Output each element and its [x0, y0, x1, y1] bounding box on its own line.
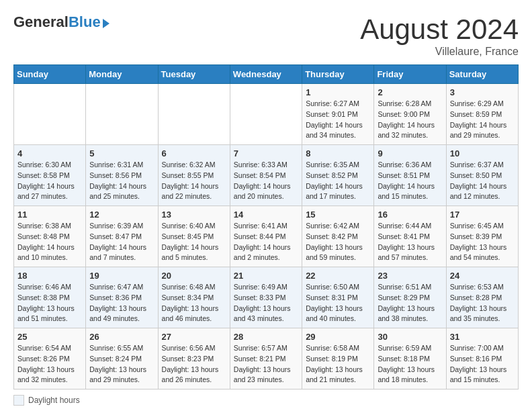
calendar-week-row: 1Sunrise: 6:27 AM Sunset: 9:01 PM Daylig…: [14, 84, 519, 145]
day-number: 31: [450, 332, 515, 342]
day-detail: Sunrise: 6:31 AM Sunset: 8:56 PM Dayligh…: [89, 160, 154, 202]
calendar-day-cell: 28Sunrise: 6:57 AM Sunset: 8:21 PM Dayli…: [230, 328, 302, 390]
calendar-day-cell: 29Sunrise: 6:58 AM Sunset: 8:19 PM Dayli…: [302, 328, 374, 390]
day-detail: Sunrise: 6:50 AM Sunset: 8:31 PM Dayligh…: [306, 282, 370, 324]
day-number: 5: [89, 148, 154, 158]
title-block: August 2024 Villelaure, France: [360, 13, 519, 58]
calendar-week-row: 11Sunrise: 6:38 AM Sunset: 8:48 PM Dayli…: [14, 206, 519, 267]
calendar-day-cell: 6Sunrise: 6:32 AM Sunset: 8:55 PM Daylig…: [158, 145, 230, 206]
daylight-legend-label: Daylight hours: [28, 396, 80, 405]
calendar-day-cell: 24Sunrise: 6:53 AM Sunset: 8:28 PM Dayli…: [446, 267, 518, 328]
day-detail: Sunrise: 6:58 AM Sunset: 8:19 PM Dayligh…: [306, 343, 370, 385]
calendar-week-row: 25Sunrise: 6:54 AM Sunset: 8:26 PM Dayli…: [14, 328, 519, 390]
calendar-day-cell: 22Sunrise: 6:50 AM Sunset: 8:31 PM Dayli…: [302, 267, 374, 328]
calendar-day-cell: [14, 84, 86, 145]
calendar-day-cell: 31Sunrise: 7:00 AM Sunset: 8:16 PM Dayli…: [446, 328, 518, 390]
day-detail: Sunrise: 6:49 AM Sunset: 8:33 PM Dayligh…: [234, 282, 298, 324]
logo-blue-text: Blue: [69, 13, 101, 31]
day-detail: Sunrise: 6:29 AM Sunset: 8:59 PM Dayligh…: [450, 99, 515, 141]
day-detail: Sunrise: 7:00 AM Sunset: 8:16 PM Dayligh…: [450, 343, 515, 385]
weekday-header: Thursday: [302, 65, 374, 84]
day-number: 22: [306, 271, 370, 281]
weekday-header: Wednesday: [230, 65, 302, 84]
calendar-day-cell: [158, 84, 230, 145]
day-detail: Sunrise: 6:36 AM Sunset: 8:51 PM Dayligh…: [378, 160, 442, 202]
day-number: 17: [450, 210, 515, 220]
day-number: 24: [450, 271, 515, 281]
calendar-day-cell: 11Sunrise: 6:38 AM Sunset: 8:48 PM Dayli…: [14, 206, 86, 267]
calendar-day-cell: 7Sunrise: 6:33 AM Sunset: 8:54 PM Daylig…: [230, 145, 302, 206]
calendar-day-cell: 13Sunrise: 6:40 AM Sunset: 8:45 PM Dayli…: [158, 206, 230, 267]
day-detail: Sunrise: 6:30 AM Sunset: 8:58 PM Dayligh…: [17, 160, 82, 202]
calendar-week-row: 4Sunrise: 6:30 AM Sunset: 8:58 PM Daylig…: [14, 145, 519, 206]
day-detail: Sunrise: 6:33 AM Sunset: 8:54 PM Dayligh…: [234, 160, 298, 202]
weekday-header: Monday: [86, 65, 158, 84]
calendar-day-cell: 8Sunrise: 6:35 AM Sunset: 8:52 PM Daylig…: [302, 145, 374, 206]
calendar-day-cell: 20Sunrise: 6:48 AM Sunset: 8:34 PM Dayli…: [158, 267, 230, 328]
daylight-legend-box: [13, 395, 24, 406]
calendar-day-cell: 12Sunrise: 6:39 AM Sunset: 8:47 PM Dayli…: [86, 206, 158, 267]
calendar-footer: Daylight hours: [13, 395, 519, 406]
weekday-header: Friday: [374, 65, 446, 84]
day-detail: Sunrise: 6:32 AM Sunset: 8:55 PM Dayligh…: [162, 160, 226, 202]
calendar-table: SundayMondayTuesdayWednesdayThursdayFrid…: [13, 64, 519, 390]
calendar-day-cell: 26Sunrise: 6:55 AM Sunset: 8:24 PM Dayli…: [86, 328, 158, 390]
day-number: 11: [17, 210, 82, 220]
day-number: 26: [89, 332, 154, 342]
day-detail: Sunrise: 6:40 AM Sunset: 8:45 PM Dayligh…: [162, 221, 226, 263]
day-detail: Sunrise: 6:59 AM Sunset: 8:18 PM Dayligh…: [378, 343, 442, 385]
day-number: 25: [17, 332, 82, 342]
day-number: 28: [234, 332, 298, 342]
page-subtitle: Villelaure, France: [360, 46, 519, 58]
page-header: General Blue August 2024 Villelaure, Fra…: [13, 13, 519, 58]
day-detail: Sunrise: 6:41 AM Sunset: 8:44 PM Dayligh…: [234, 221, 298, 263]
weekday-header: Tuesday: [158, 65, 230, 84]
day-detail: Sunrise: 6:46 AM Sunset: 8:38 PM Dayligh…: [17, 282, 82, 324]
calendar-day-cell: 23Sunrise: 6:51 AM Sunset: 8:29 PM Dayli…: [374, 267, 446, 328]
logo-arrow-icon: [103, 19, 109, 28]
day-detail: Sunrise: 6:54 AM Sunset: 8:26 PM Dayligh…: [17, 343, 82, 385]
calendar-day-cell: 14Sunrise: 6:41 AM Sunset: 8:44 PM Dayli…: [230, 206, 302, 267]
day-number: 21: [234, 271, 298, 281]
day-number: 3: [450, 87, 515, 97]
calendar-day-cell: 9Sunrise: 6:36 AM Sunset: 8:51 PM Daylig…: [374, 145, 446, 206]
day-number: 23: [378, 271, 442, 281]
day-number: 2: [378, 87, 442, 97]
day-number: 27: [162, 332, 226, 342]
day-detail: Sunrise: 6:44 AM Sunset: 8:41 PM Dayligh…: [378, 221, 442, 263]
day-number: 15: [306, 210, 370, 220]
calendar-day-cell: 15Sunrise: 6:42 AM Sunset: 8:42 PM Dayli…: [302, 206, 374, 267]
calendar-day-cell: 18Sunrise: 6:46 AM Sunset: 8:38 PM Dayli…: [14, 267, 86, 328]
calendar-day-cell: 30Sunrise: 6:59 AM Sunset: 8:18 PM Dayli…: [374, 328, 446, 390]
day-detail: Sunrise: 6:47 AM Sunset: 8:36 PM Dayligh…: [89, 282, 154, 324]
calendar-day-cell: 27Sunrise: 6:56 AM Sunset: 8:23 PM Dayli…: [158, 328, 230, 390]
day-number: 12: [89, 210, 154, 220]
day-detail: Sunrise: 6:42 AM Sunset: 8:42 PM Dayligh…: [306, 221, 370, 263]
day-detail: Sunrise: 6:53 AM Sunset: 8:28 PM Dayligh…: [450, 282, 515, 324]
calendar-header-row: SundayMondayTuesdayWednesdayThursdayFrid…: [14, 65, 519, 84]
day-detail: Sunrise: 6:56 AM Sunset: 8:23 PM Dayligh…: [162, 343, 226, 385]
day-number: 29: [306, 332, 370, 342]
logo-general-text: General: [13, 13, 69, 31]
day-number: 20: [162, 271, 226, 281]
day-detail: Sunrise: 6:57 AM Sunset: 8:21 PM Dayligh…: [234, 343, 298, 385]
calendar-week-row: 18Sunrise: 6:46 AM Sunset: 8:38 PM Dayli…: [14, 267, 519, 328]
calendar-day-cell: 19Sunrise: 6:47 AM Sunset: 8:36 PM Dayli…: [86, 267, 158, 328]
calendar-day-cell: [86, 84, 158, 145]
day-detail: Sunrise: 6:35 AM Sunset: 8:52 PM Dayligh…: [306, 160, 370, 202]
logo: General Blue: [13, 13, 109, 31]
day-detail: Sunrise: 6:27 AM Sunset: 9:01 PM Dayligh…: [306, 99, 370, 141]
day-detail: Sunrise: 6:51 AM Sunset: 8:29 PM Dayligh…: [378, 282, 442, 324]
weekday-header: Saturday: [446, 65, 518, 84]
weekday-header: Sunday: [14, 65, 86, 84]
calendar-day-cell: 21Sunrise: 6:49 AM Sunset: 8:33 PM Dayli…: [230, 267, 302, 328]
day-number: 16: [378, 210, 442, 220]
day-number: 4: [17, 148, 82, 158]
day-number: 10: [450, 148, 515, 158]
day-detail: Sunrise: 6:39 AM Sunset: 8:47 PM Dayligh…: [89, 221, 154, 263]
day-number: 30: [378, 332, 442, 342]
day-number: 7: [234, 148, 298, 158]
day-number: 18: [17, 271, 82, 281]
calendar-day-cell: [230, 84, 302, 145]
day-detail: Sunrise: 6:28 AM Sunset: 9:00 PM Dayligh…: [378, 99, 442, 141]
